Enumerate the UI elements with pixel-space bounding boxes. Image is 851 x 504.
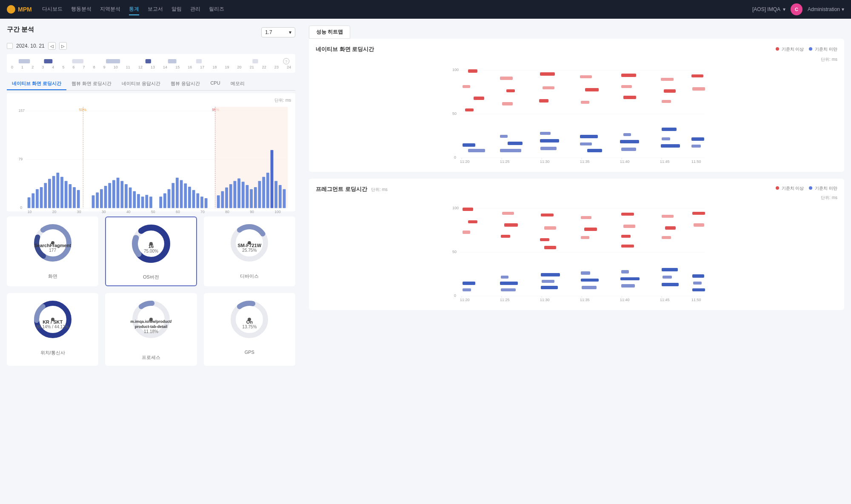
svg-text:30: 30 [77, 210, 81, 214]
date-next[interactable]: ▷ [59, 42, 67, 50]
svg-rect-198 [501, 276, 508, 279]
svg-rect-67 [234, 181, 237, 208]
svg-rect-166 [661, 144, 680, 148]
nav-behavior[interactable]: 행동분석 [71, 4, 91, 15]
svg-rect-133 [474, 97, 484, 100]
heatmap-legend-1: 기준치 이상 기준치 미만 [776, 46, 837, 52]
legend-below-dot-2 [809, 186, 812, 190]
user-avatar: C [791, 3, 802, 15]
donut-card-os[interactable]: 16 75.00% OS버전 [105, 216, 197, 286]
svg-text:100: 100 [274, 210, 281, 214]
donut-center-process: m.imqa.io/ww/product/product-tab-detail [130, 319, 171, 329]
svg-rect-142 [500, 149, 521, 152]
svg-text:11:45: 11:45 [660, 159, 670, 164]
heatmap-svg-2: 100 50 0 11:20 11:25 11:30 11:35 11:40 1… [316, 204, 837, 302]
svg-rect-224 [662, 268, 678, 271]
svg-rect-148 [540, 147, 557, 150]
tab-cpu[interactable]: CPU [205, 78, 225, 90]
svg-rect-154 [587, 149, 602, 152]
left-panel: 구간 분석 1.7 ▾ 2024. 10. 21 ◁ ▷ [0, 19, 302, 504]
svg-rect-78 [279, 185, 282, 208]
svg-rect-45 [129, 188, 132, 208]
legend-below-1: 기준치 미만 [809, 46, 837, 52]
bar-chart-wrapper: 157 79 0 50% 95% [11, 105, 291, 207]
top-navigation: MPM 다시보드 행동분석 지역분석 통계 보고서 알림 관리 릴리즈 [AOS… [0, 0, 851, 19]
date-checkbox[interactable] [7, 43, 13, 49]
svg-rect-54 [171, 183, 174, 208]
svg-rect-6 [146, 59, 151, 63]
version-dropdown[interactable]: 1.7 ▾ [261, 27, 295, 37]
nav-release[interactable]: 릴리즈 [209, 4, 224, 15]
tab-native-loading[interactable]: 네이티브 화면 로딩시간 [7, 78, 66, 90]
svg-text:11:20: 11:20 [460, 159, 470, 164]
donut-card-process[interactable]: m.imqa.io/ww/product/product-tab-detail … [105, 293, 197, 366]
svg-rect-2 [19, 59, 30, 63]
svg-text:40: 40 [126, 210, 131, 214]
svg-text:11:20: 11:20 [460, 298, 470, 302]
svg-rect-203 [540, 238, 549, 241]
svg-rect-35 [77, 190, 80, 208]
svg-rect-140 [500, 135, 508, 138]
svg-rect-39 [104, 186, 107, 208]
svg-rect-161 [661, 78, 674, 81]
svg-rect-25 [36, 189, 39, 208]
svg-rect-222 [665, 226, 676, 230]
admin-menu[interactable]: Administration ▾ [808, 6, 844, 12]
perf-tab-container: 성능 히트맵 [309, 26, 844, 39]
svg-rect-231 [692, 288, 705, 291]
svg-rect-7 [168, 59, 177, 63]
svg-rect-164 [662, 128, 677, 131]
tab-memory[interactable]: 메모리 [226, 78, 250, 90]
svg-rect-62 [205, 198, 208, 208]
main-content: 구간 분석 1.7 ▾ 2024. 10. 21 ◁ ▷ [0, 19, 851, 504]
svg-rect-8 [196, 59, 202, 63]
app-selector[interactable]: [AOS] IMQA ▾ [752, 6, 785, 12]
svg-rect-170 [691, 145, 701, 148]
nav-stats[interactable]: 통계 [129, 4, 139, 15]
donut-card-gps[interactable]: On 13.75% GPS [204, 293, 295, 366]
donut-center-os: 16 [148, 244, 154, 249]
app-name: [AOS] IMQA [752, 6, 780, 12]
svg-rect-205 [541, 273, 560, 276]
svg-rect-28 [48, 179, 51, 208]
tab-native-response[interactable]: 네이티브 응답시간 [117, 78, 166, 90]
svg-text:11:25: 11:25 [500, 159, 510, 164]
tab-web-response[interactable]: 웹뷰 응답시간 [166, 78, 205, 90]
nav-report[interactable]: 보고서 [148, 4, 163, 15]
svg-text:157: 157 [18, 108, 25, 113]
timeline-bar: ? [10, 57, 292, 65]
donut-label-os: OS버전 [143, 274, 159, 280]
date-prev[interactable]: ◁ [48, 42, 56, 50]
svg-rect-41 [112, 180, 115, 208]
svg-text:11:50: 11:50 [691, 298, 701, 302]
donut-card-location[interactable]: KR / SKT 85.14% / 44.12% 위치/통신사 [7, 293, 98, 366]
svg-rect-204 [544, 246, 556, 249]
svg-rect-156 [621, 85, 632, 88]
nav-alert[interactable]: 알림 [171, 4, 182, 15]
tab-web-loading[interactable]: 웹뷰 화면 로딩시간 [66, 78, 117, 90]
nav-region[interactable]: 지역분석 [100, 4, 120, 15]
svg-rect-211 [581, 271, 590, 275]
nav-dashboard[interactable]: 다시보드 [42, 4, 63, 15]
svg-rect-158 [623, 133, 631, 136]
svg-rect-218 [621, 270, 629, 273]
svg-rect-160 [621, 148, 636, 151]
svg-rect-192 [463, 231, 470, 234]
svg-rect-139 [502, 102, 513, 105]
svg-rect-40 [108, 183, 111, 208]
perf-heatmap-tab[interactable]: 성능 히트맵 [309, 26, 350, 39]
svg-text:?: ? [285, 60, 287, 64]
heatmap-panel-2: 프레그먼트 로딩시간 단위: ms 기준치 이상 기준치 미만 단위: ms [309, 179, 844, 310]
svg-rect-72 [254, 187, 257, 208]
logo-icon [7, 5, 15, 14]
svg-rect-195 [502, 212, 514, 215]
svg-rect-146 [540, 132, 551, 135]
svg-text:100: 100 [452, 68, 459, 72]
nav-manage[interactable]: 관리 [190, 4, 200, 15]
app-dropdown-icon: ▾ [783, 6, 785, 12]
donut-card-screen[interactable]: SearchFragment 177 화면 [7, 216, 98, 286]
svg-rect-131 [468, 69, 477, 73]
timeline-svg: ? [10, 57, 292, 65]
donut-card-device[interactable]: SM-F721W 25.75% 디바이스 [204, 216, 295, 286]
svg-rect-76 [271, 150, 274, 208]
